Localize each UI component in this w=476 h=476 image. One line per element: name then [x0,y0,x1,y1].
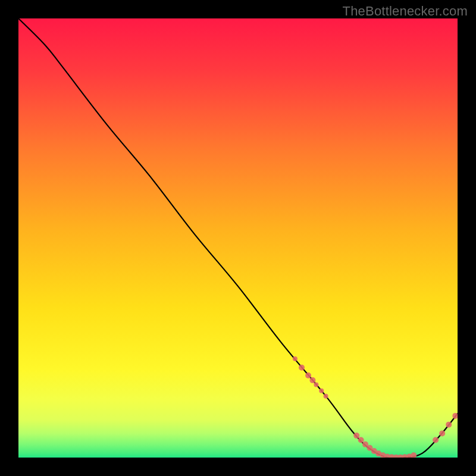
data-marker [319,389,324,393]
watermark-text: TheBottlenecker.com [343,4,468,19]
data-marker [305,372,311,378]
data-marker [446,422,452,428]
data-marker [358,437,364,443]
data-marker [314,382,318,387]
data-marker [299,365,305,371]
chart-svg [18,18,458,458]
data-marker [293,356,298,361]
gradient-background [18,18,458,458]
bottleneck-chart [18,18,458,458]
data-marker [324,394,328,399]
data-marker [439,430,445,436]
data-marker [309,377,315,383]
chart-frame: TheBottlenecker.com [0,0,476,476]
data-marker [433,437,439,443]
data-marker [353,433,359,439]
